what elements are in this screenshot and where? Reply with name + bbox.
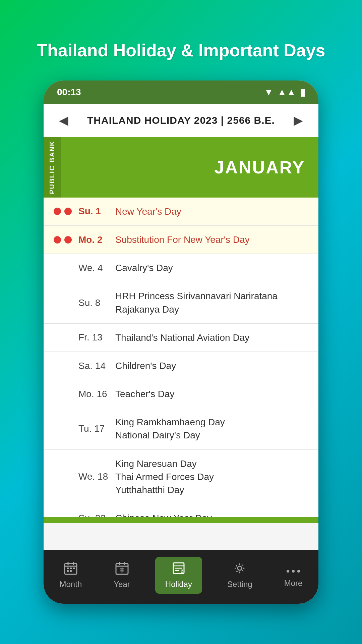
event-name: Cavalry's Day <box>115 261 308 274</box>
event-name: HRH Princess Sirivannavari Nariratana Ra… <box>115 289 308 316</box>
event-name: King Ramkhamhaeng DayNational Dairy's Da… <box>115 416 308 442</box>
month-header: PUBLIC BANK JANUARY <box>44 137 318 198</box>
signal-icon: ▲▲ <box>278 87 296 98</box>
setting-icon <box>233 561 246 577</box>
event-day: Su. 22 <box>78 513 115 517</box>
nav-item-setting[interactable]: Setting <box>221 558 259 592</box>
event-row[interactable]: Mo. 2Substitution For New Year's Day <box>44 226 318 254</box>
bottom-area <box>44 523 318 550</box>
phone-frame: 00:13 ▼ ▲▲ ▮ ◀ THAILAND HOLIDAY 2023 | 2… <box>44 80 318 604</box>
svg-point-23 <box>292 570 295 573</box>
event-day: We. 18 <box>78 471 115 482</box>
event-row[interactable]: Su. 22Chinese New Year Day <box>44 504 318 517</box>
nav-label-more: More <box>284 579 303 588</box>
svg-rect-4 <box>67 568 69 569</box>
nav-label-year: Year <box>114 580 130 589</box>
header-nav: ◀ THAILAND HOLIDAY 2023 | 2566 B.E. ▶ <box>44 104 318 137</box>
more-icon <box>287 562 300 576</box>
event-dots <box>54 236 72 244</box>
event-name: Substitution For New Year's Day <box>115 233 308 246</box>
year-icon <box>115 561 129 577</box>
event-row[interactable]: We. 18King Naresuan DayThai Armed Forces… <box>44 450 318 504</box>
event-row[interactable]: We. 4Cavalry's Day <box>44 254 318 282</box>
nav-item-month[interactable]: Month <box>53 558 89 592</box>
event-day: We. 4 <box>78 263 115 273</box>
event-name: King Naresuan DayThai Armed Forces DayYu… <box>115 457 308 497</box>
nav-item-more[interactable]: More <box>278 559 309 591</box>
event-row[interactable]: Fr. 13Thailand's National Aviation Day <box>44 324 318 352</box>
event-day: Su. 8 <box>78 298 115 308</box>
event-dots <box>54 208 72 215</box>
event-day: Mo. 2 <box>78 234 115 245</box>
event-row[interactable]: Mo. 16Teacher's Day <box>44 380 318 408</box>
wifi-icon: ▼ <box>264 87 274 98</box>
event-day: Tu. 17 <box>78 423 115 434</box>
event-day: Fr. 13 <box>78 332 115 343</box>
status-icons: ▼ ▲▲ ▮ <box>264 87 305 98</box>
status-bar: 00:13 ▼ ▲▲ ▮ <box>44 80 318 104</box>
holiday-dot <box>54 208 61 215</box>
svg-point-21 <box>238 566 242 570</box>
month-icon <box>64 561 77 577</box>
holiday-dot <box>54 236 61 244</box>
event-name: Children's Day <box>115 359 308 372</box>
event-day: Mo. 16 <box>78 389 115 399</box>
nav-item-holiday[interactable]: 2 Holiday <box>155 557 202 594</box>
events-list: Su. 1New Year's DayMo. 2Substitution For… <box>44 198 318 517</box>
status-time: 00:13 <box>57 87 81 98</box>
prev-arrow-button[interactable]: ◀ <box>54 111 74 130</box>
battery-icon: ▮ <box>300 87 305 98</box>
month-name: JANUARY <box>61 137 318 198</box>
svg-point-22 <box>287 570 289 573</box>
event-row[interactable]: Su. 8HRH Princess Sirivannavari Narirata… <box>44 282 318 323</box>
event-name: Thailand's National Aviation Day <box>115 331 308 344</box>
header-title: THAILAND HOLIDAY 2023 | 2566 B.E. <box>87 115 275 126</box>
event-row[interactable]: Sa. 14Children's Day <box>44 352 318 380</box>
event-day: Sa. 14 <box>78 361 115 371</box>
next-arrow-button[interactable]: ▶ <box>288 111 308 130</box>
event-row[interactable]: Tu. 17King Ramkhamhaeng DayNational Dair… <box>44 408 318 449</box>
svg-point-24 <box>297 570 300 573</box>
event-name: New Year's Day <box>115 205 308 218</box>
event-name: Teacher's Day <box>115 387 308 400</box>
nav-label-month: Month <box>60 580 82 589</box>
svg-rect-6 <box>73 568 75 569</box>
svg-text:2: 2 <box>181 569 183 574</box>
app-title: Thailand Holiday & Important Days <box>23 40 339 60</box>
svg-rect-8 <box>70 570 72 572</box>
event-row[interactable]: Su. 1New Year's Day <box>44 198 318 226</box>
holiday-dot <box>64 208 72 215</box>
month-sidebar-label: PUBLIC BANK <box>44 137 61 198</box>
holiday-icon: 2 <box>172 561 185 577</box>
nav-label-setting: Setting <box>227 580 252 589</box>
nav-label-holiday: Holiday <box>165 580 192 589</box>
event-name: Chinese New Year Day <box>115 512 308 517</box>
svg-rect-5 <box>70 568 72 569</box>
holiday-dot <box>64 236 72 244</box>
bottom-nav: Month Year 2 Holiday Setting More <box>44 550 318 604</box>
svg-rect-7 <box>67 570 69 572</box>
green-separator <box>44 517 318 523</box>
event-day: Su. 1 <box>78 206 115 217</box>
nav-item-year[interactable]: Year <box>107 558 137 592</box>
